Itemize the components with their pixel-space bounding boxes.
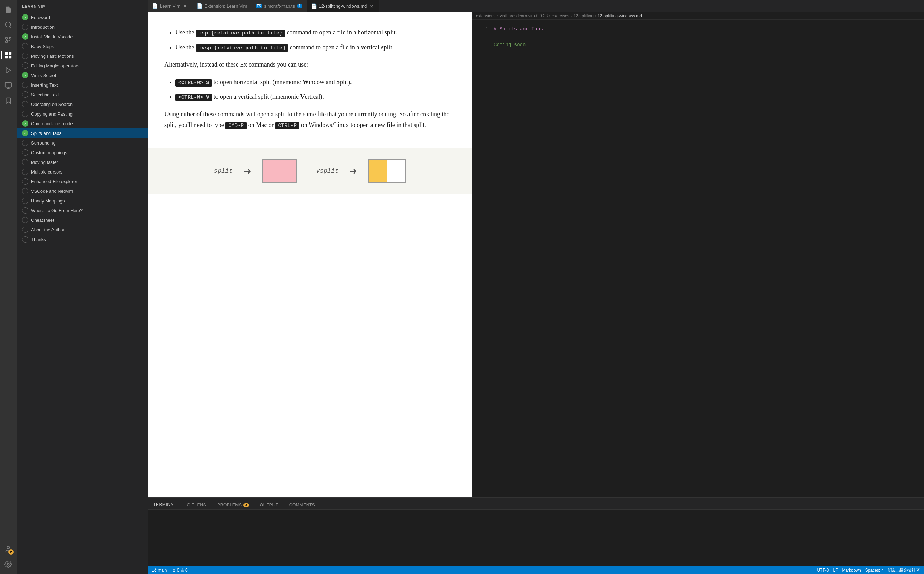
sidebar-item-custom-mappings[interactable]: Custom mappings	[17, 148, 148, 157]
problems-badge: 3	[244, 503, 249, 507]
panel-tab-comments[interactable]: COMMENTS	[284, 500, 321, 509]
sidebar-item-vim's-secret[interactable]: Vim's Secret	[17, 70, 148, 80]
sidebar-item-selecting-text[interactable]: Selecting Text	[17, 90, 148, 99]
split-diagram: split ➜ vsplit ➜	[209, 153, 412, 189]
check-icon	[22, 188, 28, 194]
status-spaces[interactable]: Spaces: 4	[865, 568, 884, 572]
sidebar-item-moving-faster[interactable]: Moving faster	[17, 157, 148, 167]
split-box	[263, 159, 297, 183]
accounts-icon[interactable]: 2	[2, 542, 15, 556]
status-branch[interactable]: ⎇ main	[152, 568, 167, 572]
panel-tab-gitlens[interactable]: GITLENS	[181, 500, 212, 509]
check-icon	[22, 24, 28, 30]
bookmarks-icon[interactable]	[2, 94, 15, 108]
alternatively-paragraph: Alternatively, instead of these Ex comma…	[165, 59, 456, 70]
breadcrumb-package: vintharas.learn-vim-0.0.28	[500, 13, 547, 18]
code-line-1: 1 # Splits and Tabs	[472, 25, 924, 33]
remote-icon[interactable]	[2, 79, 15, 93]
preview-content: Use the :sp {relative-path-to-file} comm…	[148, 12, 472, 148]
line-number-2	[478, 33, 488, 41]
source-control-icon[interactable]	[2, 33, 15, 47]
check-icon	[22, 120, 28, 126]
sidebar-item-label: Baby Steps	[31, 44, 54, 49]
code-editor[interactable]: 1 # Splits and Tabs Coming soon	[472, 20, 924, 497]
sidebar-item-baby-steps[interactable]: Baby Steps	[17, 41, 148, 51]
sidebar-item-install-vim-in-vscode[interactable]: Install Vim in Vscode	[17, 32, 148, 41]
breadcrumb-exercises: exercises	[552, 13, 570, 18]
search-icon[interactable]	[2, 18, 15, 32]
check-icon	[22, 178, 28, 184]
files-icon[interactable]	[2, 3, 15, 17]
vsp-bold-sp: sp	[381, 44, 387, 51]
status-right: UTF-8 LF Markdown Spaces: 4 ©陈士超金技社区	[817, 568, 920, 573]
check-icon	[22, 82, 28, 88]
panel-tab-output[interactable]: OUTPUT	[255, 500, 284, 509]
sidebar-item-copying-and-pasting[interactable]: Copying and Pasting	[17, 109, 148, 119]
svg-rect-6	[5, 56, 8, 58]
check-icon	[22, 140, 28, 146]
sidebar-item-label: Operating on Search	[31, 102, 73, 107]
editor-area: 📄Learn Vim×📄Extension: Learn VimTSsimcra…	[148, 0, 924, 574]
bullet-item-2: Use the :vsp {relative-path-to-file} com…	[176, 42, 456, 53]
sidebar-item-foreword[interactable]: Foreword	[17, 13, 148, 22]
tab-12-splitting-windows.md[interactable]: 📄12-splitting-windows.md×	[307, 0, 379, 12]
sidebar-item-command-line-mode[interactable]: Command-line mode	[17, 119, 148, 128]
run-icon[interactable]	[2, 63, 15, 77]
panel-tab-terminal[interactable]: TERMINAL	[148, 500, 181, 509]
sidebar-item-inserting-text[interactable]: Inserting Text	[17, 80, 148, 90]
tab-learn-vim[interactable]: 📄Learn Vim×	[148, 0, 192, 12]
activity-bar: 2	[0, 0, 17, 574]
sidebar-item-multiple-cursors[interactable]: Multiple cursors	[17, 167, 148, 177]
sidebar-item-where-to-go-from-here?[interactable]: Where To Go From Here?	[17, 206, 148, 215]
tab-close-button[interactable]: ×	[182, 3, 188, 9]
extensions-icon[interactable]	[2, 48, 15, 62]
check-icon	[22, 53, 28, 59]
tab-file-icon: TS	[256, 4, 262, 8]
code-pane: extensions › vintharas.learn-vim-0.0.28 …	[472, 12, 924, 497]
sidebar-item-label: Moving Fast: Motions	[31, 54, 74, 58]
sidebar-item-moving-fast:-motions[interactable]: Moving Fast: Motions	[17, 51, 148, 61]
tab-extension:-learn-vim[interactable]: 📄Extension: Learn Vim	[192, 0, 252, 12]
vsplit-arrow: ➜	[350, 166, 357, 177]
sidebar-item-cheatsheet[interactable]: Cheatsheet	[17, 215, 148, 225]
sidebar-item-thanks[interactable]: Thanks	[17, 235, 148, 244]
tab-bar: 📄Learn Vim×📄Extension: Learn VimTSsimcra…	[148, 0, 924, 12]
check-icon	[22, 14, 28, 20]
sidebar-item-splits-and-tabs[interactable]: Splits and Tabs	[17, 128, 148, 138]
sidebar-item-surrounding[interactable]: Surrounding	[17, 138, 148, 148]
vsplit-right-pane	[388, 160, 405, 183]
status-language[interactable]: Markdown	[842, 568, 861, 572]
tab-label: 12-splitting-windows.md	[319, 3, 367, 9]
status-attribution: ©陈士超金技社区	[888, 568, 920, 573]
status-line-ending[interactable]: LF	[833, 568, 838, 572]
sidebar-item-vscode-and-neovim[interactable]: VSCode and Neovim	[17, 186, 148, 196]
sidebar-item-editing-magic:-operators[interactable]: Editing Magic: operators	[17, 61, 148, 70]
breadcrumb: extensions › vintharas.learn-vim-0.0.28 …	[472, 12, 924, 20]
sidebar-item-operating-on-search[interactable]: Operating on Search	[17, 99, 148, 109]
sidebar-item-about-the-author[interactable]: About the Author	[17, 225, 148, 235]
sidebar-item-label: VSCode and Neovim	[31, 189, 73, 194]
preview-pane[interactable]: Use the :sp {relative-path-to-file} comm…	[148, 12, 472, 497]
settings-icon[interactable]	[2, 557, 15, 571]
panel-tab-problems[interactable]: PROBLEMS3	[212, 500, 255, 509]
status-errors[interactable]: ⊗ 0 ⚠ 0	[172, 568, 187, 572]
vsp-bold-v: v	[361, 44, 364, 51]
line-number-1: 1	[478, 25, 488, 33]
check-icon	[22, 33, 28, 39]
tab-file-icon: 📄	[152, 3, 158, 9]
check-icon	[22, 169, 28, 175]
shortcut-item-1: <CTRL-W> S to open horizontal split (mne…	[176, 77, 456, 88]
sidebar-item-enhanced-file-explorer[interactable]: Enhanced File explorer	[17, 177, 148, 186]
check-icon	[22, 101, 28, 107]
sidebar-item-label: Editing Magic: operators	[31, 63, 79, 68]
panel-content[interactable]	[148, 510, 924, 566]
tab-overflow-icon[interactable]: ···	[917, 3, 921, 9]
sidebar-item-handy-mappings[interactable]: Handy Mappings	[17, 196, 148, 206]
tab-close-button[interactable]: ×	[369, 3, 374, 9]
sidebar-item-label: About the Author	[31, 227, 65, 232]
sidebar-item-label: Cheatsheet	[31, 218, 54, 223]
tab-simcraft-map.ts[interactable]: TSsimcraft-map.ts1	[252, 0, 307, 12]
shortcut-item-2: <CTRL-W> V to open a vertical split (mne…	[176, 91, 456, 102]
sidebar-item-introduction[interactable]: Introduction	[17, 22, 148, 32]
status-encoding[interactable]: UTF-8	[817, 568, 829, 572]
